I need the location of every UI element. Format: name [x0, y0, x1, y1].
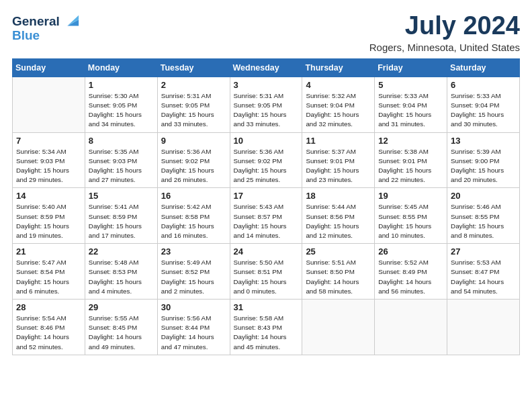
cell-info: Sunrise: 5:49 AMSunset: 8:52 PMDaylight:…	[161, 258, 226, 296]
calendar-week-row: 1Sunrise: 5:30 AMSunset: 9:05 PMDaylight…	[13, 77, 520, 132]
daylight: Daylight: 14 hoursand 54 minutes.	[451, 278, 504, 295]
sunrise: Sunrise: 5:58 AM	[234, 314, 284, 322]
day-number: 15	[89, 191, 154, 201]
daylight: Daylight: 15 hoursand 27 minutes.	[89, 167, 142, 183]
calendar-cell: 27Sunrise: 5:53 AMSunset: 8:47 PMDayligh…	[447, 244, 520, 300]
sunrise: Sunrise: 5:51 AM	[306, 259, 356, 266]
sunset: Sunset: 8:59 PM	[16, 213, 64, 220]
sunrise: Sunrise: 5:42 AM	[161, 203, 212, 210]
sunrise: Sunrise: 5:34 AM	[16, 148, 66, 155]
daylight: Daylight: 15 hoursand 10 minutes.	[378, 222, 431, 239]
calendar-cell: 23Sunrise: 5:49 AMSunset: 8:52 PMDayligh…	[157, 244, 230, 300]
calendar-cell: 21Sunrise: 5:47 AMSunset: 8:54 PMDayligh…	[13, 244, 85, 300]
day-number: 4	[306, 80, 371, 90]
calendar-cell: 17Sunrise: 5:43 AMSunset: 8:57 PMDayligh…	[230, 188, 302, 244]
sunrise: Sunrise: 5:32 AM	[306, 92, 356, 99]
daylight: Daylight: 15 hoursand 29 minutes.	[16, 167, 69, 183]
calendar-cell: 1Sunrise: 5:30 AMSunset: 9:05 PMDaylight…	[85, 77, 157, 132]
calendar-cell: 12Sunrise: 5:38 AMSunset: 9:01 PMDayligh…	[375, 132, 447, 188]
day-number: 29	[89, 302, 154, 312]
cell-info: Sunrise: 5:34 AMSunset: 9:03 PMDaylight:…	[16, 147, 81, 185]
sunset: Sunset: 8:53 PM	[89, 268, 137, 275]
cell-info: Sunrise: 5:37 AMSunset: 9:01 PMDaylight:…	[306, 147, 371, 185]
sunset: Sunset: 9:02 PM	[234, 157, 282, 165]
daylight: Daylight: 15 hoursand 25 minutes.	[234, 167, 287, 183]
month-title: July 2024	[369, 12, 520, 40]
cell-info: Sunrise: 5:30 AMSunset: 9:05 PMDaylight:…	[89, 91, 154, 130]
calendar-cell: 6Sunrise: 5:33 AMSunset: 9:04 PMDaylight…	[447, 77, 520, 132]
sunset: Sunset: 9:01 PM	[378, 157, 427, 165]
calendar-cell: 13Sunrise: 5:39 AMSunset: 9:00 PMDayligh…	[447, 132, 520, 188]
logo: General Blue	[12, 12, 80, 43]
cell-info: Sunrise: 5:36 AMSunset: 9:02 PMDaylight:…	[161, 147, 226, 185]
day-number: 9	[161, 136, 226, 146]
calendar-cell: 30Sunrise: 5:56 AMSunset: 8:44 PMDayligh…	[157, 300, 230, 355]
cell-info: Sunrise: 5:32 AMSunset: 9:04 PMDaylight:…	[306, 91, 371, 130]
sunrise: Sunrise: 5:33 AM	[378, 92, 429, 99]
day-of-week-header: Friday	[375, 58, 447, 77]
day-number: 7	[16, 136, 81, 146]
sunset: Sunset: 9:05 PM	[89, 101, 137, 109]
sunset: Sunset: 9:04 PM	[451, 101, 499, 109]
sunset: Sunset: 9:02 PM	[161, 157, 210, 165]
sunset: Sunset: 9:03 PM	[89, 157, 137, 165]
daylight: Daylight: 14 hoursand 49 minutes.	[89, 333, 142, 350]
calendar-cell: 29Sunrise: 5:55 AMSunset: 8:45 PMDayligh…	[85, 300, 157, 355]
sunrise: Sunrise: 5:37 AM	[306, 148, 356, 155]
day-number: 17	[234, 191, 299, 201]
sunrise: Sunrise: 5:52 AM	[378, 259, 429, 266]
day-of-week-header: Saturday	[447, 58, 520, 77]
day-number: 16	[161, 191, 226, 201]
cell-info: Sunrise: 5:44 AMSunset: 8:56 PMDaylight:…	[306, 202, 371, 240]
sunset: Sunset: 9:00 PM	[451, 157, 499, 165]
daylight: Daylight: 15 hoursand 33 minutes.	[234, 111, 287, 128]
day-number: 6	[451, 80, 516, 90]
day-number: 30	[161, 302, 226, 312]
daylight: Daylight: 15 hoursand 14 minutes.	[234, 222, 287, 239]
sunset: Sunset: 8:55 PM	[378, 213, 427, 220]
cell-info: Sunrise: 5:31 AMSunset: 9:05 PMDaylight:…	[234, 91, 299, 130]
cell-info: Sunrise: 5:54 AMSunset: 8:46 PMDaylight:…	[16, 314, 81, 352]
sunset: Sunset: 8:58 PM	[161, 213, 210, 220]
day-number: 19	[378, 191, 443, 201]
location: Rogers, Minnesota, United States	[369, 42, 520, 53]
daylight: Daylight: 15 hoursand 12 minutes.	[306, 222, 359, 239]
sunset: Sunset: 8:45 PM	[89, 324, 137, 331]
calendar-cell	[375, 300, 447, 355]
sunset: Sunset: 8:55 PM	[451, 213, 499, 220]
sunset: Sunset: 8:47 PM	[451, 268, 499, 275]
cell-info: Sunrise: 5:33 AMSunset: 9:04 PMDaylight:…	[378, 91, 443, 130]
daylight: Daylight: 15 hoursand 23 minutes.	[306, 167, 359, 183]
sunrise: Sunrise: 5:39 AM	[451, 148, 501, 155]
daylight: Daylight: 15 hoursand 33 minutes.	[161, 111, 214, 128]
calendar-cell: 10Sunrise: 5:36 AMSunset: 9:02 PMDayligh…	[230, 132, 302, 188]
logo-text: General	[12, 14, 60, 29]
sunrise: Sunrise: 5:31 AM	[161, 92, 212, 99]
header: General Blue July 2024 Rogers, Minnesota…	[12, 12, 520, 53]
cell-info: Sunrise: 5:51 AMSunset: 8:50 PMDaylight:…	[306, 258, 371, 296]
daylight: Daylight: 15 hoursand 4 minutes.	[89, 278, 142, 295]
daylight: Daylight: 15 hoursand 30 minutes.	[451, 111, 504, 128]
daylight: Daylight: 15 hoursand 2 minutes.	[161, 278, 214, 295]
daylight: Daylight: 15 hoursand 34 minutes.	[89, 111, 142, 128]
sunrise: Sunrise: 5:40 AM	[16, 203, 66, 210]
calendar-header-row: SundayMondayTuesdayWednesdayThursdayFrid…	[13, 58, 520, 77]
sunrise: Sunrise: 5:36 AM	[234, 148, 284, 155]
calendar-cell: 19Sunrise: 5:45 AMSunset: 8:55 PMDayligh…	[375, 188, 447, 244]
sunrise: Sunrise: 5:35 AM	[89, 148, 139, 155]
calendar-cell: 26Sunrise: 5:52 AMSunset: 8:49 PMDayligh…	[375, 244, 447, 300]
calendar-cell: 5Sunrise: 5:33 AMSunset: 9:04 PMDaylight…	[375, 77, 447, 132]
cell-info: Sunrise: 5:38 AMSunset: 9:01 PMDaylight:…	[378, 147, 443, 185]
sunset: Sunset: 8:50 PM	[306, 268, 354, 275]
daylight: Daylight: 15 hoursand 6 minutes.	[16, 278, 69, 295]
cell-info: Sunrise: 5:45 AMSunset: 8:55 PMDaylight:…	[378, 202, 443, 240]
sunset: Sunset: 8:49 PM	[378, 268, 427, 275]
day-number: 28	[16, 302, 81, 312]
sunset: Sunset: 8:59 PM	[89, 213, 137, 220]
day-number: 24	[234, 246, 299, 257]
cell-info: Sunrise: 5:36 AMSunset: 9:02 PMDaylight:…	[234, 147, 299, 185]
calendar-cell: 8Sunrise: 5:35 AMSunset: 9:03 PMDaylight…	[85, 132, 157, 188]
day-number: 2	[161, 80, 226, 90]
calendar-cell	[13, 77, 85, 132]
day-number: 27	[451, 246, 516, 257]
